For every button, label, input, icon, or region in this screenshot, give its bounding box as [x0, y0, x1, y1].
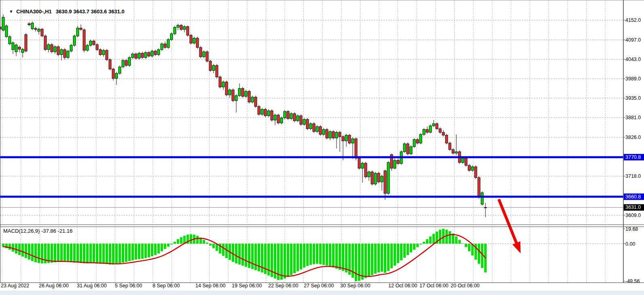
candle-body: [452, 150, 454, 153]
macd-histogram-bar: [419, 244, 422, 244]
candle-body: [429, 126, 432, 132]
candle-body: [38, 29, 40, 31]
macd-histogram-bar: [206, 242, 208, 244]
candle-body: [271, 111, 273, 120]
candle-body: [439, 129, 441, 132]
candle-body: [293, 114, 296, 121]
candle-body: [300, 116, 302, 124]
candle-body: [54, 47, 56, 52]
macd-histogram-bar: [445, 230, 448, 244]
candle-body: [141, 53, 144, 58]
time-axis-label[interactable]: 19 Sep 06:00: [232, 283, 262, 289]
macd-histogram-bar: [410, 244, 412, 253]
candle-body: [394, 160, 396, 169]
time-axis-label[interactable]: 31 Aug 06:00: [77, 283, 107, 289]
candle-body: [387, 162, 390, 194]
candle-body: [397, 160, 399, 164]
macd-histogram-bar: [106, 244, 108, 264]
candle-body: [15, 45, 17, 52]
candle-body: [21, 49, 24, 53]
candle-body: [80, 28, 82, 30]
time-axis-label[interactable]: 27 Sep 06:00: [304, 283, 334, 289]
candle-body: [436, 124, 438, 129]
time-axis-label[interactable]: 23 Aug 2022: [1, 283, 29, 289]
macd-histogram-bar: [122, 244, 124, 263]
candle-body: [462, 158, 464, 162]
candle-body: [381, 176, 383, 182]
candle-body: [196, 38, 199, 47]
candle-body: [99, 50, 102, 55]
current-price-badge-label: 3631.0: [625, 204, 641, 210]
candle-body: [322, 129, 325, 134]
candle-body: [377, 173, 380, 182]
candle-body: [339, 132, 341, 137]
symbol-dropdown-icon[interactable]: ▼: [9, 9, 13, 14]
candle-body: [374, 173, 377, 184]
macd-histogram-bar: [83, 244, 85, 263]
candle-body: [471, 167, 474, 171]
chart-canvas[interactable]: 3770.83660.83631.04152.04097.04043.03989…: [0, 0, 644, 295]
candle-body: [115, 73, 118, 78]
candle-body: [348, 135, 351, 143]
trend-arrow-shaft[interactable]: [499, 199, 517, 245]
time-axis-label[interactable]: 17 Oct 06:00: [419, 283, 449, 289]
trend-arrow-head[interactable]: [513, 241, 521, 253]
macd-histogram-bar: [248, 244, 250, 268]
candle-body: [306, 119, 309, 129]
candle-body: [209, 61, 212, 70]
time-axis-label[interactable]: 12 Oct 06:00: [388, 283, 417, 289]
macd-histogram-bar: [235, 244, 237, 263]
macd-histogram-bar: [407, 244, 409, 255]
candle-body: [478, 177, 480, 196]
time-axis-label[interactable]: 8 Sep 06:00: [153, 283, 180, 289]
candle-body: [122, 60, 124, 67]
macd-histogram-bar: [70, 244, 72, 262]
candle-body: [481, 193, 483, 204]
macd-histogram-bar: [135, 244, 137, 259]
macd-histogram-bar: [280, 244, 283, 280]
macd-histogram-bar: [345, 244, 347, 272]
macd-histogram-bar: [384, 244, 386, 273]
candle-body: [41, 29, 43, 36]
time-axis-label[interactable]: 30 Sep 06:00: [340, 283, 370, 289]
candle-body: [57, 47, 59, 55]
macd-histogram-bar: [34, 244, 37, 262]
candle-body: [468, 165, 470, 170]
candle-body: [297, 116, 299, 120]
candle-body: [361, 163, 364, 168]
time-axis-label[interactable]: 5 Sep 06:00: [115, 283, 142, 289]
candle-body: [287, 112, 289, 119]
macd-axis-label: -49.56: [625, 278, 640, 284]
price-axis-label: 4152.0: [625, 17, 641, 23]
candle-body: [5, 26, 8, 37]
candle-body: [371, 172, 373, 184]
candle-body: [28, 24, 30, 25]
symbol-header: ▼CHINA300-,H13630.9 3643.7 3603.6 3631.0: [3, 2, 125, 21]
macd-histogram-bar: [102, 244, 105, 264]
time-axis-label[interactable]: 26 Aug 06:00: [39, 283, 69, 289]
candle-body: [219, 77, 221, 87]
candle-body: [352, 139, 354, 143]
window-bottom-strip: [0, 291, 644, 295]
macd-histogram-bar: [326, 244, 328, 266]
candle-body: [25, 34, 27, 51]
macd-histogram-bar: [67, 244, 69, 262]
candle-body: [128, 57, 131, 65]
macd-histogram-bar: [125, 244, 127, 262]
macd-histogram-bar: [76, 244, 79, 263]
candle-body: [8, 37, 11, 44]
time-axis-label[interactable]: 20 Oct 06:00: [451, 283, 480, 289]
time-axis-label[interactable]: 22 Sep 06:00: [268, 283, 298, 289]
time-axis-label[interactable]: 14 Sep 06:00: [195, 283, 225, 289]
candle-body: [174, 27, 176, 34]
macd-histogram-bar: [381, 244, 383, 272]
macd-histogram-bar: [99, 244, 102, 264]
macd-histogram-bar: [203, 240, 205, 244]
candle-body: [313, 124, 315, 132]
macd-histogram-bar: [21, 244, 24, 257]
candle-body: [355, 139, 357, 158]
macd-histogram-bar: [148, 244, 150, 257]
price-badge-label: 3660.8: [625, 194, 641, 200]
candle-body: [131, 54, 134, 57]
candle-body: [44, 36, 47, 50]
